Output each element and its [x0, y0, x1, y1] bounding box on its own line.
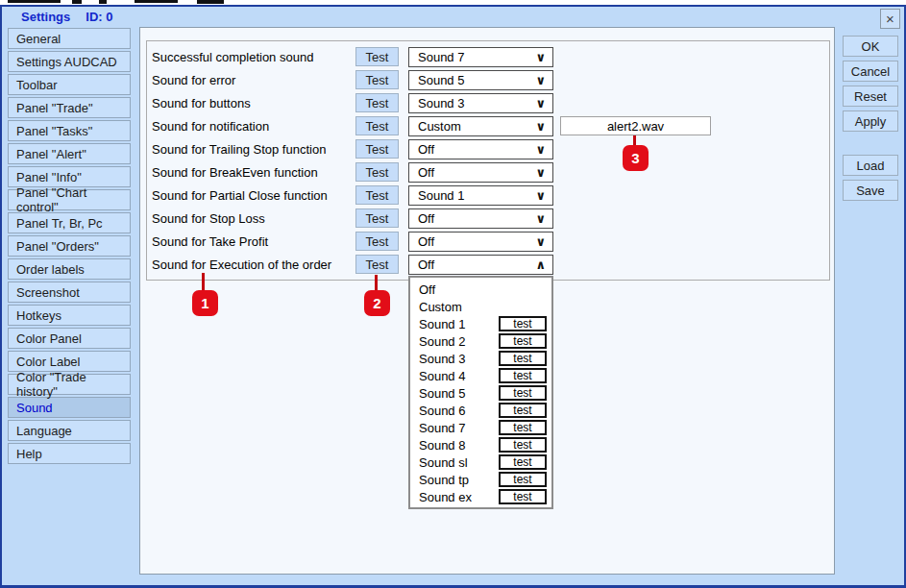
dropdown-item[interactable]: Sound 3test [410, 350, 551, 367]
sound-setting-row: Sound for Trailing Stop function Test Of… [0, 139, 906, 160]
dropdown-item[interactable]: Off [410, 281, 551, 298]
dropdown-test-button[interactable]: test [499, 351, 547, 366]
sound-setting-row: Sound for Take Profit Test Off ∨ [0, 232, 906, 253]
sound-select[interactable]: Custom ∨ [408, 116, 553, 136]
sound-select[interactable]: Off ∨ [408, 208, 553, 229]
row-label: Sound for Execution of the order [152, 257, 331, 272]
sound-select[interactable]: Off ∨ [408, 139, 553, 159]
row-label: Sound for Take Profit [152, 234, 268, 249]
background-window-edge [197, 0, 224, 4]
dropdown-item[interactable]: Sound tptest [410, 471, 551, 488]
sidebar-item-color-trade-history[interactable]: Color "Trade history" [8, 374, 131, 395]
close-button[interactable]: × [880, 9, 900, 29]
chevron-down-icon: ∨ [535, 166, 552, 179]
test-button[interactable]: Test [355, 185, 399, 205]
cancel-button[interactable]: Cancel [843, 61, 898, 82]
apply-button[interactable]: Apply [843, 110, 898, 132]
dialog-title: Settings [21, 10, 70, 24]
sound-select[interactable]: Sound 1 ∨ [408, 185, 553, 206]
row-label: Sound for error [152, 73, 235, 87]
callout-line [375, 275, 378, 291]
chevron-down-icon: ∨ [535, 235, 552, 248]
custom-sound-file-input[interactable]: alert2.wav [560, 116, 711, 135]
dropdown-item[interactable]: Sound sltest [410, 453, 551, 471]
chevron-down-icon: ∨ [535, 212, 552, 225]
sound-select[interactable]: Sound 5 ∨ [408, 70, 553, 90]
callout-badge-3: 3 [623, 145, 649, 171]
dropdown-test-button[interactable]: test [499, 403, 547, 418]
sidebar-item-general[interactable]: General [8, 28, 131, 49]
load-button[interactable]: Load [843, 155, 898, 176]
dropdown-test-button[interactable]: test [499, 489, 547, 504]
ok-button[interactable]: OK [843, 36, 898, 57]
sidebar-item-screenshot[interactable]: Screenshot [8, 282, 131, 303]
sidebar-item-help[interactable]: Help [8, 443, 131, 464]
row-label: Sound for Stop Loss [152, 211, 265, 226]
sidebar-item-sound[interactable]: Sound [8, 397, 131, 418]
dropdown-test-button[interactable]: test [499, 368, 547, 383]
sidebar-item-hotkeys[interactable]: Hotkeys [8, 305, 131, 326]
test-button[interactable]: Test [355, 162, 399, 182]
test-button[interactable]: Test [355, 139, 399, 159]
row-label: Sound for notification [152, 119, 269, 134]
save-button[interactable]: Save [843, 180, 898, 201]
sound-select[interactable]: Sound 3 ∨ [408, 93, 553, 113]
dropdown-item[interactable]: Sound 8test [410, 436, 551, 453]
test-button[interactable]: Test [355, 70, 399, 89]
dialog-titlebar: Settings ID: 0 [21, 10, 112, 24]
test-button[interactable]: Test [355, 255, 399, 274]
dropdown-item[interactable]: Sound extest [410, 488, 551, 505]
sound-dropdown-list: Off Custom Sound 1test Sound 2test Sound… [408, 276, 553, 509]
row-label: Sound for Trailing Stop function [152, 142, 326, 157]
chevron-down-icon: ∨ [535, 143, 552, 156]
dropdown-test-button[interactable]: test [499, 472, 547, 487]
chevron-up-icon: ∧ [535, 258, 552, 271]
dropdown-test-button[interactable]: test [499, 437, 547, 453]
sound-select[interactable]: Off ∨ [408, 232, 553, 252]
chevron-down-icon: ∨ [535, 51, 552, 63]
sound-setting-row: Sound for Partial Close function Test So… [0, 185, 906, 207]
background-window-edge [8, 0, 61, 3]
dialog-id-label: ID: 0 [86, 10, 112, 24]
sound-select[interactable]: Off ∨ [408, 162, 553, 183]
row-label: Sound for BreakEven function [152, 165, 318, 180]
chevron-down-icon: ∨ [535, 74, 552, 86]
sidebar-item-color-panel[interactable]: Color Panel [8, 328, 131, 349]
row-label: Successful completion sound [152, 50, 313, 64]
sidebar-item-language[interactable]: Language [8, 420, 131, 441]
chevron-down-icon: ∨ [535, 189, 552, 202]
dropdown-test-button[interactable]: test [499, 333, 547, 349]
test-button[interactable]: Test [355, 208, 399, 228]
dropdown-test-button[interactable]: test [499, 454, 547, 470]
sound-select-open[interactable]: Off ∧ [408, 255, 553, 275]
sound-setting-row: Sound for Execution of the order Test Of… [0, 255, 906, 276]
sound-setting-row: Sound for error Test Sound 5 ∨ [0, 70, 906, 91]
row-label: Sound for Partial Close function [152, 188, 328, 203]
reset-button[interactable]: Reset [843, 86, 898, 107]
dropdown-item[interactable]: Custom [410, 298, 551, 315]
sound-setting-row: Successful completion sound Test Sound 7… [0, 47, 906, 68]
sound-select[interactable]: Sound 7 ∨ [408, 47, 553, 67]
test-button[interactable]: Test [355, 47, 399, 66]
callout-badge-1: 1 [192, 290, 218, 316]
dropdown-item[interactable]: Sound 2test [410, 332, 551, 350]
close-icon: × [886, 11, 894, 27]
dropdown-test-button[interactable]: test [499, 385, 547, 401]
sidebar-item-color-label[interactable]: Color Label [8, 351, 131, 372]
dropdown-item[interactable]: Sound 4test [410, 367, 551, 384]
dropdown-item[interactable]: Sound 6test [410, 402, 551, 419]
screen: Settings ID: 0 × General Settings AUDCAD… [0, 0, 906, 588]
dropdown-test-button[interactable]: test [499, 316, 547, 331]
sound-setting-row: Sound for Stop Loss Test Off ∨ [0, 208, 906, 230]
dropdown-test-button[interactable]: test [499, 420, 547, 435]
chevron-down-icon: ∨ [535, 97, 552, 110]
background-window-edge [99, 0, 107, 4]
row-label: Sound for buttons [152, 96, 251, 110]
test-button[interactable]: Test [355, 93, 399, 112]
sound-setting-row: Sound for notification Test Custom ∨ ale… [0, 116, 906, 137]
dropdown-item[interactable]: Sound 7test [410, 419, 551, 436]
test-button[interactable]: Test [355, 116, 399, 135]
test-button[interactable]: Test [355, 232, 399, 251]
dropdown-item[interactable]: Sound 5test [410, 384, 551, 402]
dropdown-item[interactable]: Sound 1test [410, 315, 551, 332]
